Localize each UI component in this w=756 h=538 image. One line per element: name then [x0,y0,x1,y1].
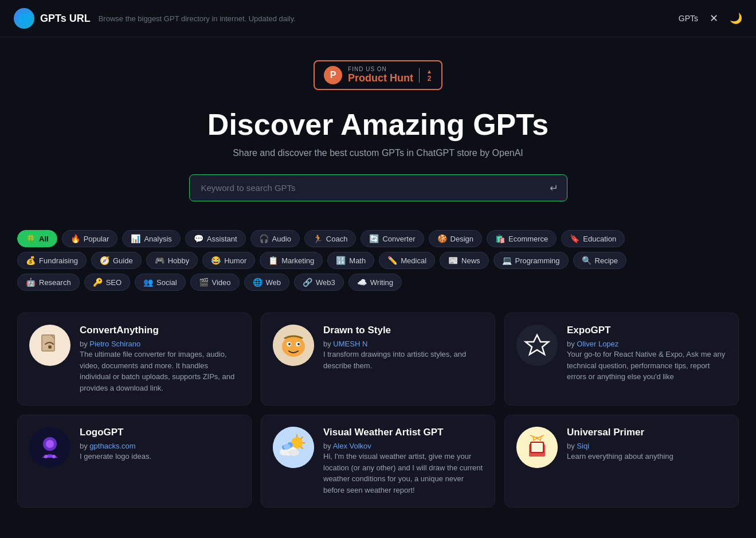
category-tag-news[interactable]: 📰News [440,252,489,269]
category-tag-video[interactable]: 🎬Video [190,274,240,291]
category-emoji: 🛍️ [495,234,505,243]
category-tag-education[interactable]: 🔖Education [561,230,625,247]
category-emoji: ✏️ [387,256,397,265]
logo-icon: 🌐 [14,8,34,29]
category-tag-popular[interactable]: 🔥Popular [62,230,118,247]
twitter-icon[interactable]: ✕ [710,12,718,25]
category-emoji: 💰 [26,256,36,265]
ph-find-us-label: FIND US ON [348,66,387,72]
svg-point-6 [288,343,291,345]
categories-row-1: 🍀All🔥Popular📊Analysis💬Assistant🎧Audio🏃Co… [17,230,739,247]
category-tag-audio[interactable]: 🎧Audio [250,230,300,247]
card-author-link[interactable]: Pietro Schirano [89,340,140,348]
category-tag-math[interactable]: 🔢Math [327,252,374,269]
svg-point-23 [284,444,291,450]
card-description: Hi, I'm the visual weather artist, give … [323,451,483,496]
card-author-link[interactable]: gpthacks.com [89,442,135,450]
category-tag-web[interactable]: 🌐Web [244,274,290,291]
card-drawn-to-style[interactable]: Drawn to Style by UMESH N I transform dr… [261,313,495,406]
category-tag-social[interactable]: 👥Social [135,274,185,291]
category-label: All [39,235,49,243]
ph-votes: ▲ 2 [419,68,432,83]
category-tag-converter[interactable]: 🔄Converter [361,230,424,247]
svg-rect-10 [516,325,558,366]
producthunt-badge[interactable]: P FIND US ON Product Hunt ▲ 2 [314,60,442,90]
card-author: by Alex Volkov [323,442,371,450]
category-label: Ecommerce [508,235,548,243]
category-tag-guide[interactable]: 🧭Guide [91,252,142,269]
card-description: Your go-to for React Native & Expo, Ask … [567,349,727,383]
category-label: Fundraising [39,256,78,265]
card-logo-gpt[interactable]: LogoGPT by gpthacks.com I generate logo … [17,415,252,508]
category-tag-coach[interactable]: 🏃Coach [304,230,357,247]
category-emoji: 🔗 [303,278,312,287]
card-author: by Oliver Lopez [567,340,618,348]
category-tag-analysis[interactable]: 📊Analysis [122,230,180,247]
card-author: by gpthacks.com [80,442,136,450]
card-avatar [29,427,70,468]
category-tag-all[interactable]: 🍀All [17,230,57,247]
card-description: I generate logo ideas. [80,451,240,462]
search-enter-icon[interactable]: ↵ [550,182,558,194]
card-author-link[interactable]: Oliver Lopez [577,340,618,348]
theme-toggle-icon[interactable]: 🌙 [730,12,742,25]
card-avatar [516,325,558,366]
category-tag-recipe[interactable]: 🔍Recipe [573,252,626,269]
card-convert-anything[interactable]: ConvertAnything by Pietro Schirano The u… [17,313,252,406]
card-visual-weather[interactable]: Visual Weather Artist GPT by Alex Volkov… [261,415,495,508]
card-universal-primer[interactable]: Universal Primer by Siqi Learn everythin… [504,415,739,508]
category-label: Research [39,278,71,287]
svg-point-9 [299,344,304,351]
category-tag-seo[interactable]: 🔑SEO [84,274,130,291]
card-author-link[interactable]: UMESH N [333,340,367,348]
category-emoji: 🌐 [253,278,263,287]
category-label: Guide [113,256,133,265]
card-name: Universal Primer [567,427,727,438]
category-tag-marketing[interactable]: 📋Marketing [260,252,323,269]
category-label: Humor [224,256,246,265]
category-tag-fundraising[interactable]: 💰Fundraising [17,252,87,269]
card-author: by Siqi [567,442,589,450]
navbar: 🌐 GPTs URL Browse the biggest GPT direct… [0,0,756,37]
card-body: Universal Primer by Siqi Learn everythin… [567,427,727,496]
category-label: Medical [401,256,426,265]
category-tag-research[interactable]: 🤖Research [17,274,80,291]
card-author-link[interactable]: Siqi [577,442,589,450]
category-tag-web3[interactable]: 🔗Web3 [294,274,344,291]
category-label: Assistant [207,235,237,243]
category-label: Analysis [144,235,171,243]
category-tag-design[interactable]: 🍪Design [429,230,482,247]
category-tag-medical[interactable]: ✏️Medical [379,252,435,269]
card-description: I transform drawings into artistic style… [323,349,483,371]
site-subtitle: Browse the biggest GPT directory in inte… [99,14,296,23]
nav-gpts-link[interactable]: GPTs [679,14,698,23]
card-author-link[interactable]: Alex Volkov [333,442,371,450]
category-tag-humor[interactable]: 😂Humor [202,252,255,269]
card-author: by UMESH N [323,340,367,348]
card-avatar [516,427,558,468]
card-expo-gpt[interactable]: ExpoGPT by Oliver Lopez Your go-to for R… [504,313,739,406]
category-tag-assistant[interactable]: 💬Assistant [185,230,246,247]
category-label: Social [156,278,177,287]
category-emoji: 😂 [211,256,221,265]
category-emoji: 🧭 [100,256,109,265]
card-description: Learn everything about anything [567,451,727,462]
category-tag-hobby[interactable]: 🎮Hobby [146,252,198,269]
category-label: SEO [106,278,122,287]
category-tag-writing[interactable]: ☁️Writing [348,274,402,291]
category-emoji: 🤖 [26,278,36,287]
category-emoji: 💻 [502,256,512,265]
category-tag-programming[interactable]: 💻Programming [493,252,569,269]
category-tag-ecommerce[interactable]: 🛍️Ecommerce [487,230,557,247]
category-emoji: 🔖 [570,234,579,243]
card-name: Visual Weather Artist GPT [323,427,483,438]
card-body: ExpoGPT by Oliver Lopez Your go-to for R… [567,325,727,393]
search-input[interactable] [189,174,567,201]
card-author: by Pietro Schirano [80,340,140,348]
category-emoji: 🏃 [313,234,323,243]
category-label: Web [266,278,281,287]
card-body: Drawn to Style by UMESH N I transform dr… [323,325,483,393]
site-title: GPTs URL [40,13,91,25]
category-label: Education [583,235,616,243]
ph-votes-count: 2 [428,75,432,83]
